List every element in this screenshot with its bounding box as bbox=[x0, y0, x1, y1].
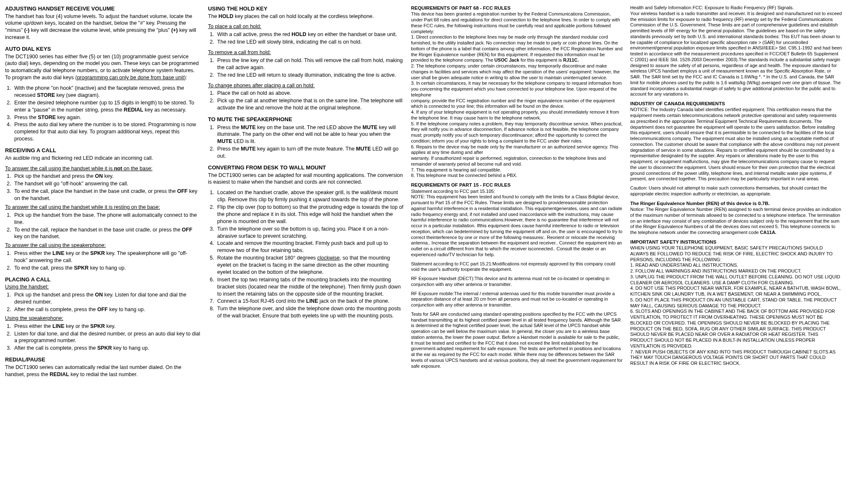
paragraph: The DCT1900 series can automatically red… bbox=[5, 364, 200, 378]
list: Press either the LINE key or the SPKR ke… bbox=[13, 323, 200, 352]
column-4: Health and Safety Information FCC: Expos… bbox=[630, 5, 842, 379]
paragraph: 6. Repairs to the device may be made onl… bbox=[411, 144, 623, 156]
subheading: To change phones after placing a call on… bbox=[208, 82, 403, 89]
paragraph: 4. If any of your telephone equipment is… bbox=[411, 109, 623, 121]
list-item: Place the call on hold as above. bbox=[216, 90, 403, 97]
subheading: To answer the call using the speakerphon… bbox=[5, 242, 200, 249]
list-item: The red line LED will return to steady i… bbox=[216, 72, 403, 79]
heading: USING THE HOLD KEY bbox=[208, 5, 403, 13]
document: ADJUSTING HANDSET RECEIVE VOLUME The han… bbox=[5, 5, 842, 379]
list-item: Locate and remove the mounting bracket. … bbox=[216, 240, 403, 254]
list-item: The red line LED will slowly blink, indi… bbox=[216, 39, 403, 46]
paragraph: The HOLD key places the call on hold loc… bbox=[208, 13, 403, 20]
list-item: To end the call, place the handset in th… bbox=[13, 188, 200, 202]
list: Place the call on hold as above. Pick up… bbox=[216, 90, 403, 112]
list-item: Press the auto dial key where the number… bbox=[13, 121, 200, 143]
paragraph: 5. DO NOT PLACE THIS PRODUCT ON AN UNSTA… bbox=[630, 297, 842, 309]
paragraph: 3. In certain circumstances, it may be n… bbox=[411, 81, 623, 98]
list-item: Flip the clip over (top to bottom) so th… bbox=[216, 204, 403, 225]
list-item: Located on the handset cradle, above the… bbox=[216, 189, 403, 203]
list-item: Press the STORE key again. bbox=[13, 114, 200, 121]
list-item: After the call is complete, press the OF… bbox=[13, 306, 200, 313]
paragraph: warranty. If unauthorized repair is perf… bbox=[411, 156, 623, 167]
paragraph: 8. This telephone must be connected behi… bbox=[411, 173, 623, 179]
paragraph: Health and Safety Information FCC: Expos… bbox=[630, 5, 842, 11]
list-item: Listen for dial tone, and dial the desir… bbox=[13, 330, 200, 345]
list: Press either the LINE key or the SPKR ke… bbox=[13, 250, 200, 272]
heading: REQUIREMENTS OF PART 15 - FCC RULES bbox=[411, 182, 623, 188]
list-item: Press the MUTE key on the base unit. The… bbox=[216, 124, 403, 145]
paragraph: Statement according to FCC part 15.105: bbox=[411, 189, 623, 195]
heading: REQUIREMENTS OF PART 68 - FCC RULES bbox=[411, 5, 623, 11]
list-item: Turn the telephone over so the bottom is… bbox=[216, 226, 403, 240]
paragraph: Statement according to FCC part 15.21:Mo… bbox=[411, 261, 623, 273]
list: Located on the handset cradle, above the… bbox=[216, 189, 403, 320]
list-item: After the call is complete, press the SP… bbox=[13, 345, 200, 352]
paragraph: 5. If the telephone company notes a prob… bbox=[411, 121, 623, 144]
list-item: Pick up the call at another telephone th… bbox=[216, 97, 403, 112]
paragraph: This device has been granted a registrat… bbox=[411, 11, 623, 34]
list: With a call active, press the red HOLD k… bbox=[216, 31, 403, 46]
list-item: Press either the LINE key or the SPKR ke… bbox=[13, 250, 200, 264]
list-item: Insert the top two retaining tabs of the… bbox=[216, 276, 403, 298]
list: With the phone "on hook" (inactive) and … bbox=[13, 85, 200, 143]
heading: RECEIVING A CALL bbox=[5, 147, 200, 154]
subheading: To remove a call from hold: bbox=[208, 49, 403, 56]
subheading: To answer the call using the handset whi… bbox=[5, 204, 200, 211]
column-3: REQUIREMENTS OF PART 68 - FCC RULES This… bbox=[411, 5, 623, 379]
paragraph: 2. FOLLOW ALL WARNINGS AND INSTRUCTIONS … bbox=[630, 268, 842, 274]
list-item: To end the call, replace the handset in … bbox=[13, 226, 200, 241]
list-item: Press the line key of the call on hold. … bbox=[216, 57, 403, 71]
list-item: Press either the LINE key or the SPKR ke… bbox=[13, 323, 200, 330]
paragraph: An audible ring and flickering red LED i… bbox=[5, 155, 200, 162]
paragraph: 1. READ AND UNDERSTAND ALL INSTRUCTIONS. bbox=[630, 262, 842, 268]
list-item: To end the call, press the SPKR key to h… bbox=[13, 265, 200, 272]
paragraph: The DCT1900 series can be adapted for wa… bbox=[208, 172, 403, 186]
list: Press the line key of the call on hold. … bbox=[216, 57, 403, 79]
list-item: With a call active, press the red HOLD k… bbox=[216, 31, 403, 38]
paragraph: company, provide the FCC registration nu… bbox=[411, 98, 623, 110]
paragraph: The handset has four (4) volume levels. … bbox=[5, 13, 200, 42]
heading: AUTO DIAL KEYS bbox=[5, 45, 200, 53]
paragraph: 2. The telephone company, under certain … bbox=[411, 63, 623, 81]
subheading: Using the speakerphone: bbox=[5, 315, 200, 322]
paragraph: WHEN USING YOUR TELEPHONE EQUIPMENT, BAS… bbox=[630, 245, 842, 262]
heading: The Ringer Equivalence Number (REN) of t… bbox=[630, 200, 842, 206]
list-item: Pick up the handset and press the ON key… bbox=[13, 173, 200, 180]
paragraph: 7. NEVER PUSH OBJECTS OF ANY KIND INTO T… bbox=[630, 349, 842, 366]
paragraph: Notice: The Ringer Equivalence Number (R… bbox=[630, 207, 842, 236]
list: Pick up the handset and press the ON key… bbox=[13, 173, 200, 202]
paragraph: The DCT1900 series has either five (5) o… bbox=[5, 53, 200, 82]
heading: TO MUTE THE SPEAKERPHONE bbox=[208, 116, 403, 123]
paragraph: 1. Direct connection to the telephone li… bbox=[411, 34, 623, 63]
list-item: Pick up the handset from the base. The p… bbox=[13, 212, 200, 226]
list: Pick up the handset and press the ON key… bbox=[13, 291, 200, 313]
paragraph: 3. UNPLUG THE PRODUCT FROM THE WALL OUTL… bbox=[630, 274, 842, 286]
column-1: ADJUSTING HANDSET RECEIVE VOLUME The han… bbox=[5, 5, 200, 379]
list: Pick up the handset from the base. The p… bbox=[13, 212, 200, 241]
heading: PLACING A CALL bbox=[5, 276, 200, 283]
list-item: Turn the telephone over, and slide the t… bbox=[216, 305, 403, 320]
paragraph: Your wireless handset is a radio transmi… bbox=[630, 11, 842, 97]
paragraph: 6. SLOTS AND OPENINGS IN THE CABINET AND… bbox=[630, 309, 842, 349]
list: Press the MUTE key on the base unit. The… bbox=[216, 124, 403, 160]
paragraph: Tests for SAR are conducted using standa… bbox=[411, 312, 623, 369]
list-item: Press the MUTE key again to turn off the… bbox=[216, 145, 403, 160]
list-item: Enter the desired telephone number (up t… bbox=[13, 99, 200, 114]
paragraph: RF Exposure Handset (DECT):This device a… bbox=[411, 276, 623, 288]
paragraph: 4. DO NOT USE THIS PRODUCT NEAR WATER, F… bbox=[630, 286, 842, 297]
heading: CONVERTING FROM DESK TO WALL MOUNT bbox=[208, 164, 403, 171]
subheading: To place a call on hold: bbox=[208, 23, 403, 30]
list-item: Rotate the mounting bracket 180° degrees… bbox=[216, 255, 403, 276]
heading: ADJUSTING HANDSET RECEIVE VOLUME bbox=[5, 5, 200, 13]
paragraph: NOTE: This equipment has been tested and… bbox=[411, 194, 623, 257]
heading: REDIAL/PAUSE bbox=[5, 356, 200, 364]
paragraph: Caution: Users should not attempt to mak… bbox=[630, 185, 842, 197]
paragraph: NOTICE: The Industry Canada label identi… bbox=[630, 107, 842, 182]
list-item: The handset will go "off-hook" answering… bbox=[13, 180, 200, 187]
heading: INDUSTRY OF CANADA REQUIREMENTS bbox=[630, 101, 842, 107]
heading: IMPORTANT SAFETY INSTRUCTIONS bbox=[630, 239, 842, 245]
paragraph: RF Exposure mobile:The internal / extern… bbox=[411, 291, 623, 308]
subheading: Using the handset: bbox=[5, 283, 200, 291]
subheading: To answer the call using the handset whi… bbox=[5, 165, 200, 172]
